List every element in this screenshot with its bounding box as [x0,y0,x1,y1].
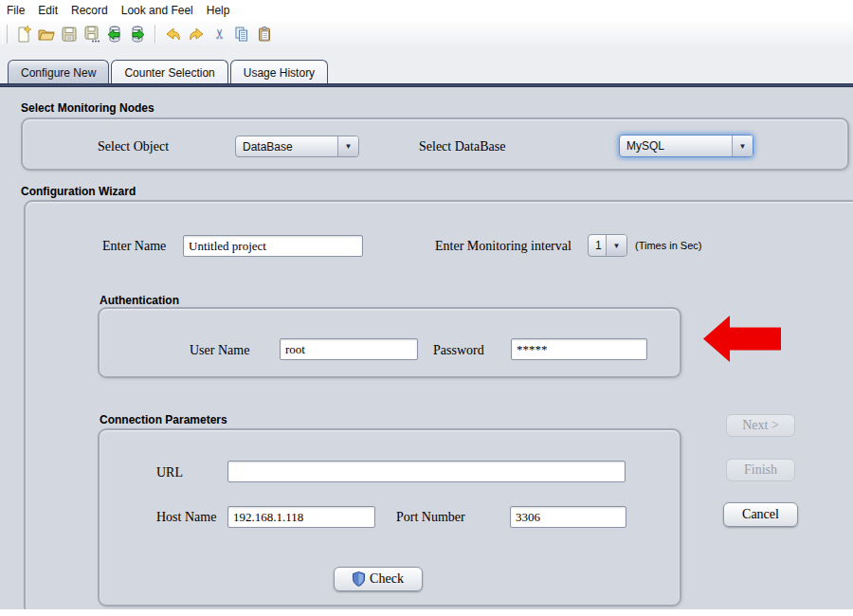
redo-icon[interactable] [185,24,208,45]
password-label: Password [433,343,484,358]
undo-icon[interactable] [162,24,185,45]
tab-configure-new[interactable]: Configure New [8,60,109,84]
toolbar: ✂ [0,21,853,47]
url-label: URL [156,465,183,480]
select-database-value: MySQL [620,136,732,156]
next-button[interactable]: Next > [726,414,795,437]
paste-icon[interactable] [253,24,276,45]
select-object-value: DataBase [236,136,337,156]
check-button[interactable]: Check [334,567,423,591]
cancel-button[interactable]: Cancel [723,502,798,527]
tab-usage-history[interactable]: Usage History [230,60,328,84]
interval-unit-note: (Times in Sec) [635,240,702,251]
configuration-wizard-title: Configuration Wizard [21,185,136,198]
toolbar-drag-handle[interactable] [2,25,8,44]
select-object-combobox[interactable]: DataBase ▼ [235,136,359,157]
connection-parameters-title: Connection Parameters [100,413,227,426]
new-file-icon[interactable] [12,24,35,45]
chevron-down-icon: ▼ [732,136,753,156]
port-number-input[interactable] [510,506,626,528]
shield-icon [353,571,365,587]
toolbar-separator [154,25,156,44]
copy-icon[interactable] [230,24,253,45]
host-name-input[interactable] [227,506,375,528]
monitoring-interval-value: 1 [589,235,606,256]
monitoring-interval-label: Enter Monitoring interval [435,239,572,254]
menu-look-and-feel[interactable]: Look and Feel [115,1,200,20]
monitoring-interval-combobox[interactable]: 1 ▼ [588,234,627,257]
chevron-down-icon: ▼ [337,136,358,156]
menu-edit[interactable]: Edit [31,1,64,20]
save-as-icon[interactable] [81,24,103,45]
tab-strip: Configure New Counter Selection Usage Hi… [8,60,330,84]
select-database-label: Select DataBase [419,139,505,154]
chevron-down-icon: ▼ [606,235,626,256]
check-button-label: Check [370,571,404,587]
db-export-icon[interactable] [126,24,149,45]
select-database-combobox[interactable]: MySQL ▼ [619,135,753,157]
monitoring-nodes-title: Select Monitoring Nodes [21,101,154,115]
host-name-label: Host Name [156,510,216,525]
annotation-arrow-left-icon [703,316,781,362]
tab-counter-selection[interactable]: Counter Selection [111,60,227,84]
select-object-label: Select Object [98,139,169,154]
url-input[interactable] [227,461,626,482]
save-icon[interactable] [58,24,81,45]
password-input[interactable] [511,338,647,360]
authentication-title: Authentication [100,294,179,307]
window-bottom-edge [0,609,853,616]
user-name-input[interactable] [280,338,418,360]
project-name-input[interactable] [183,235,363,257]
enter-name-label: Enter Name [102,239,166,254]
open-icon[interactable] [35,24,58,45]
cut-icon[interactable]: ✂ [208,24,230,45]
menu-record[interactable]: Record [64,1,115,20]
user-name-label: User Name [190,343,249,358]
db-import-icon[interactable] [103,24,126,45]
app-window: File Edit Record Look and Feel Help [0,0,853,616]
menu-help[interactable]: Help [200,1,237,20]
finish-button[interactable]: Finish [726,459,795,481]
menu-file[interactable]: File [0,1,31,20]
menu-bar: File Edit Record Look and Feel Help [0,0,853,21]
port-number-label: Port Number [396,510,465,525]
configure-new-panel: Select Monitoring Nodes Select Object Da… [0,87,853,609]
